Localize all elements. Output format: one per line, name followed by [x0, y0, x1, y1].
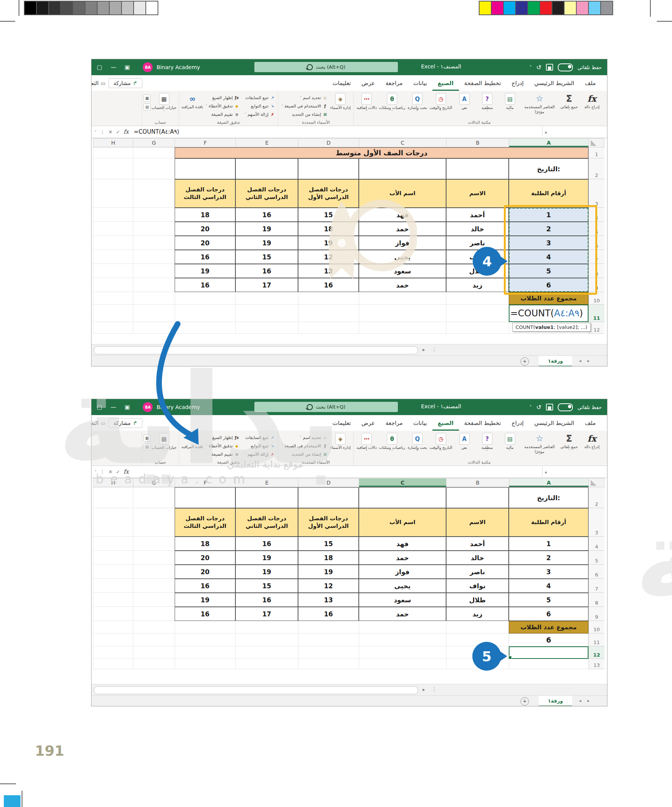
cell[interactable]: 5	[509, 593, 589, 607]
autosave-toggle[interactable]	[558, 63, 573, 71]
cell[interactable]: درجات الفصل الدراسي الأول	[298, 508, 359, 536]
cell[interactable]	[93, 579, 133, 593]
cell[interactable]	[298, 292, 359, 305]
more-functions-button[interactable]: ⋯ دالات إضافية ˅	[355, 91, 378, 114]
cell[interactable]: فواز	[359, 236, 446, 250]
undo-icon[interactable]	[536, 404, 541, 411]
trace-dependents-button[interactable]: ↘ تتبع التوابع ˅	[242, 103, 275, 110]
tab-page-layout[interactable]: تخطيط الصفحة	[459, 75, 506, 91]
cell[interactable]: الاسم	[446, 508, 509, 536]
cell[interactable]	[133, 646, 175, 659]
column-header[interactable]: G	[133, 138, 175, 147]
cell[interactable]	[359, 292, 446, 305]
row-header[interactable]: 13	[589, 659, 604, 669]
cell[interactable]: 19	[298, 565, 359, 579]
cell[interactable]	[133, 208, 175, 222]
undo-icon[interactable]	[536, 64, 541, 71]
logical-button[interactable]: ? منطقية ˅	[476, 432, 498, 454]
cell[interactable]	[93, 292, 133, 305]
column-header[interactable]: D	[298, 138, 359, 147]
date-time-button[interactable]: ◷ التاريخ والوقت ˅	[429, 432, 453, 454]
cell[interactable]: 12	[298, 579, 359, 593]
calculate-sheet-button[interactable]: ▤	[144, 103, 151, 111]
cell[interactable]: أحمد	[446, 536, 509, 551]
cell[interactable]: فواز	[359, 565, 446, 579]
cell[interactable]	[359, 305, 446, 322]
cell[interactable]: 16	[298, 607, 359, 621]
cell[interactable]: 18	[298, 222, 359, 236]
evaluate-formula-button[interactable]: ≡ تقييم الصيغة ˅	[206, 111, 239, 118]
search-input[interactable]: بحث (Alt+Q)	[254, 62, 398, 72]
cell[interactable]: 13	[298, 264, 359, 278]
select-all-corner[interactable]	[589, 478, 604, 487]
column-header[interactable]: E	[236, 478, 298, 487]
financial-button[interactable]: ▤ مالية ˅	[498, 91, 521, 114]
cell[interactable]	[133, 536, 175, 551]
cell[interactable]	[133, 487, 175, 508]
sheet-nav-left-icon[interactable]	[579, 358, 581, 364]
cell[interactable]: أحمد	[446, 208, 509, 222]
horizontal-scrollbar[interactable]	[91, 684, 607, 696]
cell[interactable]: 2	[509, 551, 589, 565]
cell[interactable]: يحيى	[359, 579, 446, 593]
cell[interactable]: التاريخ:	[509, 158, 589, 179]
cell[interactable]	[446, 158, 509, 179]
date-time-button[interactable]: ◷ التاريخ والوقت ˅	[429, 91, 453, 114]
cell[interactable]: 19	[298, 236, 359, 250]
comments-button[interactable]: التعليقات	[91, 418, 109, 428]
cell[interactable]	[446, 322, 509, 334]
window-minimize-icon[interactable]: —	[111, 404, 116, 410]
cell[interactable]	[93, 222, 133, 236]
cell[interactable]: سعود	[359, 264, 446, 278]
name-manager-button[interactable]: ◈ إدارة الأسماء ˅	[329, 91, 352, 114]
row-header[interactable]: 5	[589, 551, 604, 565]
cell[interactable]: 6	[509, 278, 589, 292]
cell[interactable]: 16	[236, 208, 298, 222]
tab-file[interactable]: ملف	[579, 415, 601, 431]
text-button[interactable]: A نص ˅	[453, 91, 476, 114]
name-box[interactable]	[542, 127, 604, 137]
cell[interactable]	[236, 322, 298, 334]
tab-review[interactable]: مراجعة	[380, 75, 408, 91]
cell[interactable]: حمد	[359, 222, 446, 236]
row-header[interactable]: 7	[589, 579, 604, 593]
sheet-nav-right-icon[interactable]	[587, 698, 590, 703]
watch-window-button[interactable]: ∞ نافذة المراقبة ˅	[181, 91, 204, 113]
trace-dependents-button[interactable]: ↘ تتبع التوابع ˅	[242, 442, 275, 449]
autosave-toggle[interactable]	[558, 404, 573, 411]
cell[interactable]	[359, 621, 446, 633]
cell[interactable]	[509, 646, 589, 659]
cell[interactable]	[298, 621, 359, 633]
cell[interactable]	[93, 621, 133, 633]
cell[interactable]: 17	[236, 607, 298, 621]
cell[interactable]	[133, 593, 175, 607]
show-formulas-button[interactable]: ƒx إظهار الصيغ ˅	[206, 94, 239, 101]
cell[interactable]: مجموع عدد الطلاب	[509, 621, 589, 633]
cell[interactable]	[175, 292, 236, 305]
window-restore-icon[interactable]: ▢	[97, 404, 102, 410]
cell[interactable]: 4	[509, 250, 589, 264]
cell[interactable]	[93, 179, 133, 208]
cell[interactable]	[93, 508, 133, 536]
cell[interactable]: 16	[298, 278, 359, 292]
cell[interactable]: 19	[236, 551, 298, 565]
cell[interactable]	[175, 158, 236, 179]
cell[interactable]: ناصر	[446, 236, 509, 250]
row-header[interactable]: 2	[589, 158, 604, 179]
cell[interactable]	[446, 487, 509, 508]
cell[interactable]	[236, 292, 298, 305]
window-restore-icon[interactable]: ▢	[97, 64, 102, 71]
autosum-button[interactable]: Σ جمع تلقائي ˅	[558, 91, 581, 113]
row-header[interactable]: 9	[589, 278, 604, 292]
cell[interactable]: 3	[509, 236, 589, 250]
cell[interactable]: 19	[236, 565, 298, 579]
tab-formulas[interactable]: الصيغ	[432, 415, 459, 431]
cell[interactable]	[133, 659, 175, 669]
cell[interactable]	[133, 264, 175, 278]
cell[interactable]	[446, 305, 509, 322]
lookup-reference-button[interactable]: Q بحث وإشارة ˅	[406, 91, 429, 114]
drag-handle-icon[interactable]	[100, 469, 105, 475]
cell[interactable]: سعود	[359, 593, 446, 607]
chevron-down-icon[interactable]	[529, 404, 532, 410]
column-header[interactable]: B	[446, 138, 509, 147]
